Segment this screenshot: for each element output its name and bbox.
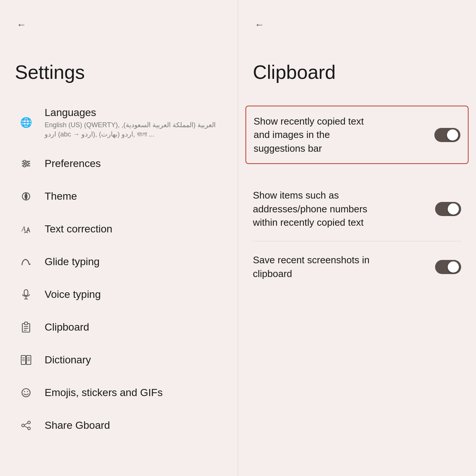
svg-rect-17 — [21, 356, 26, 364]
svg-point-3 — [23, 160, 26, 163]
clipboard-title: Clipboard — [253, 61, 461, 83]
glide-typing-icon — [18, 254, 34, 270]
settings-item-text-correction[interactable]: A Text correction — [15, 213, 223, 245]
svg-point-25 — [22, 389, 30, 397]
languages-sublabel: English (US) (QWERTY), العربية (المملكة … — [45, 120, 220, 139]
settings-title: Settings — [15, 61, 223, 83]
svg-point-28 — [28, 421, 30, 424]
text-correction-icon: A — [18, 221, 34, 237]
microphone-icon — [18, 286, 34, 303]
clipboard-setting-2[interactable]: Show items such as addresses/phone numbe… — [253, 181, 461, 237]
clipboard-setting-1-label: Show recently copied text and images in … — [254, 115, 373, 155]
glide-typing-label: Glide typing — [45, 255, 100, 268]
share-icon — [18, 417, 34, 434]
clipboard-panel: ← Clipboard Show recently copied text an… — [238, 0, 476, 476]
clipboard-setting-3-label: Save recent screenshots in clipboard — [253, 253, 372, 280]
settings-item-voice-typing[interactable]: Voice typing — [15, 278, 223, 311]
dictionary-icon — [18, 352, 34, 368]
toggle-addresses-phones[interactable] — [435, 202, 461, 216]
clipboard-setting-2-label: Show items such as addresses/phone numbe… — [253, 189, 372, 229]
svg-point-26 — [24, 391, 25, 392]
clipboard-setting-3[interactable]: Save recent screenshots in clipboard — [253, 246, 461, 288]
globe-icon: 🌐 — [18, 115, 34, 131]
dictionary-label: Dictionary — [45, 354, 91, 366]
preferences-label: Preferences — [45, 157, 101, 170]
theme-icon — [18, 188, 34, 205]
preferences-icon — [18, 155, 34, 172]
emojis-label: Emojis, stickers and GIFs — [45, 386, 163, 399]
divider-1 — [253, 241, 461, 241]
voice-typing-label: Voice typing — [45, 288, 101, 301]
svg-rect-9 — [24, 290, 28, 296]
back-button-right[interactable]: ← — [253, 18, 266, 31]
settings-item-languages[interactable]: 🌐 Languages English (US) (QWERTY), العرب… — [15, 98, 223, 147]
settings-panel: ← Settings 🌐 Languages English (US) (QWE… — [0, 0, 238, 476]
svg-line-31 — [25, 423, 28, 425]
settings-item-preferences[interactable]: Preferences — [15, 147, 223, 180]
emoji-icon — [18, 385, 34, 401]
settings-item-dictionary[interactable]: Dictionary — [15, 344, 223, 376]
clipboard-icon — [18, 319, 34, 335]
clipboard-setting-1[interactable]: Show recently copied text and images in … — [245, 106, 469, 164]
svg-point-29 — [22, 424, 25, 427]
back-button-left[interactable]: ← — [15, 18, 28, 31]
languages-label: Languages — [45, 106, 220, 119]
settings-item-share[interactable]: Share Gboard — [15, 409, 223, 442]
theme-label: Theme — [45, 190, 77, 203]
svg-rect-13 — [25, 322, 28, 325]
settings-item-emojis[interactable]: Emojis, stickers and GIFs — [15, 376, 223, 409]
svg-point-5 — [23, 165, 26, 167]
spacer-1 — [253, 167, 461, 178]
text-correction-label: Text correction — [45, 223, 112, 235]
clipboard-label: Clipboard — [45, 321, 89, 334]
svg-point-27 — [27, 391, 28, 392]
settings-list: 🌐 Languages English (US) (QWERTY), العرب… — [15, 98, 223, 442]
svg-line-32 — [25, 426, 28, 428]
settings-item-theme[interactable]: Theme — [15, 180, 223, 213]
clipboard-settings-list: Show recently copied text and images in … — [253, 106, 461, 288]
settings-item-glide-typing[interactable]: Glide typing — [15, 245, 223, 278]
toggle-recently-copied[interactable] — [434, 128, 460, 142]
svg-rect-18 — [26, 356, 31, 364]
svg-point-4 — [26, 163, 29, 165]
svg-point-30 — [28, 427, 30, 430]
toggle-screenshots[interactable] — [435, 260, 461, 274]
svg-text:A: A — [21, 225, 26, 233]
share-label: Share Gboard — [45, 419, 110, 432]
settings-item-clipboard[interactable]: Clipboard — [15, 311, 223, 344]
